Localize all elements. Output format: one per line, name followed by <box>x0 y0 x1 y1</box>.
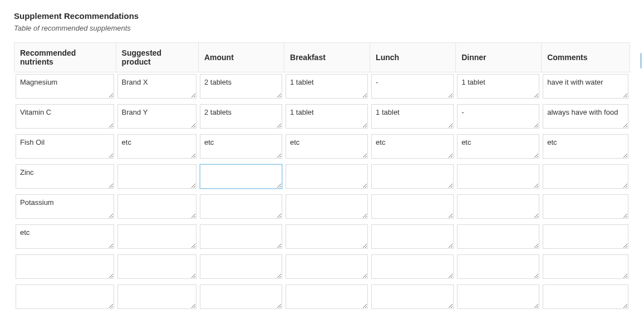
table-cell <box>198 102 284 133</box>
table-row <box>14 283 630 313</box>
table-cell <box>284 163 370 193</box>
table-cell <box>14 283 116 313</box>
column-header-dinner: Dinner <box>455 42 541 72</box>
cell-input[interactable] <box>286 194 368 219</box>
table-cell <box>116 223 198 253</box>
cell-input[interactable] <box>16 164 114 189</box>
cell-input[interactable] <box>16 254 114 279</box>
table-cell <box>14 72 116 102</box>
cell-input[interactable] <box>16 194 114 219</box>
cell-input[interactable] <box>543 224 628 249</box>
table-cell <box>370 102 455 133</box>
cell-input[interactable] <box>16 224 114 249</box>
cell-input[interactable] <box>371 194 454 219</box>
cell-input[interactable] <box>286 254 368 279</box>
cell-input[interactable] <box>371 284 454 309</box>
cell-input[interactable] <box>200 134 282 159</box>
cell-input[interactable] <box>457 104 539 129</box>
cell-input[interactable] <box>286 164 368 189</box>
table-header-row: Recommended nutrients Suggested product … <box>14 42 630 72</box>
table-cell <box>370 223 455 253</box>
table-cell <box>116 283 198 313</box>
table-cell <box>541 102 630 133</box>
table-cell <box>284 133 370 163</box>
cell-input[interactable] <box>371 224 454 249</box>
cell-input[interactable] <box>543 104 628 129</box>
table-cell <box>14 193 116 223</box>
table-row <box>14 102 630 133</box>
table-body <box>14 72 630 313</box>
table-cell <box>14 163 116 193</box>
table-cell <box>14 253 116 283</box>
cell-input[interactable] <box>200 104 282 129</box>
cell-input[interactable] <box>117 194 196 219</box>
cell-input[interactable] <box>543 74 628 99</box>
table-cell <box>455 283 541 313</box>
cell-input[interactable] <box>117 74 196 99</box>
cell-input[interactable] <box>286 224 368 249</box>
cell-input[interactable] <box>117 104 196 129</box>
cell-input[interactable] <box>286 134 368 159</box>
cell-input[interactable] <box>286 74 368 99</box>
table-row <box>14 253 630 283</box>
cell-input[interactable] <box>200 254 282 279</box>
cell-input[interactable] <box>117 164 196 189</box>
cell-input[interactable] <box>117 134 196 159</box>
table-cell <box>455 133 541 163</box>
table-row <box>14 223 630 253</box>
table-cell <box>541 223 630 253</box>
cell-input[interactable] <box>117 224 196 249</box>
table-cell <box>284 72 370 102</box>
cell-input[interactable] <box>371 254 454 279</box>
table-cell <box>116 133 198 163</box>
cell-input[interactable] <box>16 284 114 309</box>
cell-input[interactable] <box>457 74 539 99</box>
cell-input[interactable] <box>457 134 539 159</box>
table-cell <box>116 163 198 193</box>
cell-input[interactable] <box>543 134 628 159</box>
column-header-nutrients: Recommended nutrients <box>14 42 116 72</box>
cell-input[interactable] <box>286 104 368 129</box>
cell-input[interactable] <box>543 284 628 309</box>
scroll-indicator <box>640 53 642 68</box>
cell-input[interactable] <box>371 104 454 129</box>
table-row <box>14 193 630 223</box>
cell-input[interactable] <box>16 134 114 159</box>
table-row <box>14 72 630 102</box>
cell-input[interactable] <box>457 224 539 249</box>
cell-input[interactable] <box>371 164 454 189</box>
cell-input[interactable] <box>543 194 628 219</box>
table-row <box>14 163 630 193</box>
cell-input[interactable] <box>16 74 114 99</box>
cell-input[interactable] <box>457 284 539 309</box>
table-cell <box>541 193 630 223</box>
column-header-lunch: Lunch <box>370 42 455 72</box>
cell-input[interactable] <box>200 164 282 189</box>
table-cell <box>455 193 541 223</box>
cell-input[interactable] <box>457 194 539 219</box>
table-cell <box>370 163 455 193</box>
cell-input[interactable] <box>200 284 282 309</box>
section-subtitle: Table of recommended supplements <box>14 24 630 32</box>
cell-input[interactable] <box>371 134 454 159</box>
cell-input[interactable] <box>117 284 196 309</box>
column-header-comments: Comments <box>541 42 630 72</box>
cell-input[interactable] <box>543 254 628 279</box>
cell-input[interactable] <box>200 194 282 219</box>
cell-input[interactable] <box>117 254 196 279</box>
table-cell <box>541 283 630 313</box>
cell-input[interactable] <box>200 224 282 249</box>
table-cell <box>455 102 541 133</box>
table-cell <box>198 283 284 313</box>
table-cell <box>14 102 116 133</box>
column-header-product: Suggested product <box>116 42 198 72</box>
cell-input[interactable] <box>543 164 628 189</box>
cell-input[interactable] <box>200 74 282 99</box>
cell-input[interactable] <box>16 104 114 129</box>
cell-input[interactable] <box>457 254 539 279</box>
cell-input[interactable] <box>371 74 454 99</box>
table-cell <box>198 223 284 253</box>
cell-input[interactable] <box>286 284 368 309</box>
cell-input[interactable] <box>457 164 539 189</box>
supplements-table: Recommended nutrients Suggested product … <box>14 42 630 313</box>
